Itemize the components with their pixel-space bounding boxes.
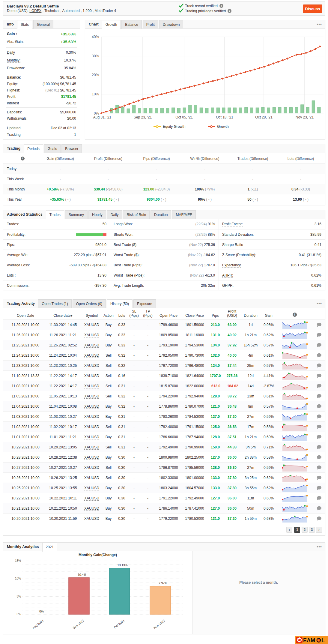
svg-text:13.13%: 13.13%	[118, 564, 128, 567]
svg-text:Growth: Growth	[217, 124, 229, 129]
svg-text:Oct 28, '21: Oct 28, '21	[255, 115, 273, 119]
svg-text:20%: 20%	[92, 73, 99, 77]
svg-text:Aug 31, '21: Aug 31, '21	[93, 115, 112, 119]
svg-text:7.97%: 7.97%	[159, 582, 167, 585]
svg-text:Oct 05, '21: Oct 05, '21	[175, 115, 193, 119]
svg-text:Aug 2021: Aug 2021	[31, 619, 44, 630]
svg-text:L: L	[321, 637, 325, 643]
svg-text:40%: 40%	[92, 35, 99, 39]
svg-text:Monthly Gain(Change): Monthly Gain(Change)	[79, 553, 117, 557]
svg-text:10%: 10%	[15, 577, 21, 580]
svg-text:Sep 2021: Sep 2021	[72, 619, 85, 630]
svg-text:10.4%: 10.4%	[78, 573, 86, 577]
svg-text:10%: 10%	[92, 92, 99, 96]
svg-text:0%: 0%	[39, 610, 44, 613]
svg-text:Oct 2021: Oct 2021	[113, 619, 125, 629]
svg-text:Sep 23, '21: Sep 23, '21	[134, 115, 152, 119]
svg-text:Nov 2021: Nov 2021	[153, 619, 166, 630]
svg-text:EAM: EAM	[303, 637, 315, 643]
svg-text:Oct 18, '21: Oct 18, '21	[216, 115, 233, 119]
svg-text:15%: 15%	[15, 559, 21, 562]
svg-text:5%: 5%	[17, 595, 21, 598]
svg-text:0%: 0%	[17, 613, 21, 616]
svg-text:Nov 23, '21: Nov 23, '21	[296, 115, 314, 119]
svg-text:30%: 30%	[92, 54, 99, 58]
svg-text:0%: 0%	[94, 111, 99, 115]
svg-text:Equity Growth: Equity Growth	[163, 124, 185, 129]
